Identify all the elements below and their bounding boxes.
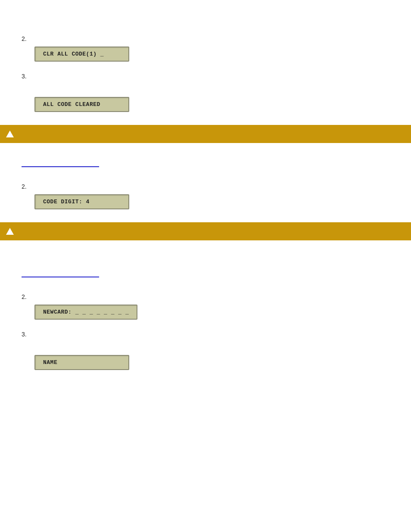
triangle-icon-2 [6, 228, 14, 235]
gold-bar-2[interactable] [0, 222, 411, 240]
clr-all-code-box: CLR ALL CODE(1) _ [34, 47, 129, 62]
all-code-cleared-box: ALL CODE CLEARED [34, 97, 129, 112]
list-item-3-sec3: 3. [22, 330, 411, 338]
section3-link[interactable] [22, 271, 99, 277]
newcard-box: NEWCARD: _ _ _ _ _ _ _ _ [34, 305, 137, 320]
list-item-2-sec3: 2. [22, 292, 411, 300]
item-number: 2. [22, 182, 34, 190]
code-digit-box: CODE DIGIT: 4 [34, 194, 129, 209]
gold-bar-1[interactable] [0, 125, 411, 143]
item-number: 3. [22, 72, 34, 80]
item-number: 2. [22, 34, 34, 42]
name-box: NAME [34, 355, 129, 370]
section2-link[interactable] [22, 160, 99, 167]
triangle-icon-1 [6, 131, 14, 137]
list-item-2-sec1: 2. [22, 34, 411, 42]
list-item-3-sec1: 3. [22, 72, 411, 80]
item-number: 2. [22, 292, 34, 300]
item-number: 3. [22, 330, 34, 338]
list-item-2-sec2: 2. [22, 182, 411, 190]
